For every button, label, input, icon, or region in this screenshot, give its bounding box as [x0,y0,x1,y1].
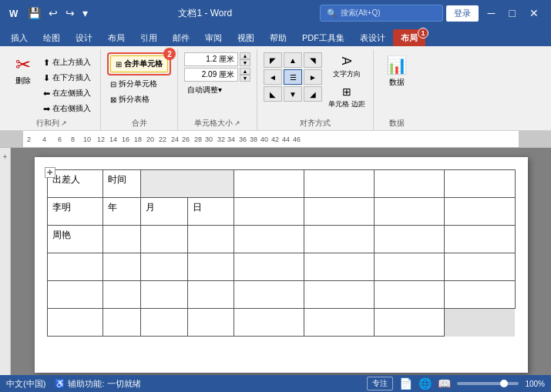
auto-adjust-button[interactable]: 自动调整▾ [184,83,225,97]
customize-quick-btn[interactable]: ▾ [79,5,91,21]
row-col-expand-icon[interactable]: ↗ [61,119,67,127]
save-quick-btn[interactable]: 💾 [25,5,44,21]
tab-layout[interactable]: 布局 1 [393,29,425,46]
table-cell[interactable] [445,281,515,309]
width-input[interactable] [184,68,238,82]
minimize-button[interactable]: ─ [482,5,502,21]
table-cell[interactable] [375,170,445,198]
tab-mailings[interactable]: 邮件 [165,29,197,46]
align-top-left-btn[interactable]: ◤ [264,52,282,68]
table-cell[interactable] [103,281,141,309]
tab-draw[interactable]: 绘图 [35,29,68,46]
accessibility-status[interactable]: ♿ 辅助功能: 一切就绪 [55,378,140,390]
table-cell[interactable] [304,226,375,253]
close-button[interactable]: ✕ [523,5,545,21]
tab-insert[interactable]: 插入 [3,29,35,46]
table-cell[interactable] [375,226,445,253]
table-cell[interactable] [304,170,375,198]
zoom-slider[interactable] [457,382,519,385]
table-cell[interactable] [304,281,375,309]
height-up-btn[interactable]: ▲ [240,52,250,59]
tab-references[interactable]: 引用 [133,29,165,46]
tab-table-design[interactable]: 表设计 [352,29,393,46]
table-cell[interactable] [187,253,234,281]
align-bottom-right-btn[interactable]: ◢ [304,86,322,102]
align-top-center-btn[interactable]: ▲ [284,52,302,68]
table-cell[interactable] [140,226,187,253]
table-cell[interactable] [47,253,103,281]
table-cell[interactable] [234,309,304,337]
table-cell[interactable] [140,170,234,198]
tab-review[interactable]: 审阅 [197,29,230,46]
insert-above-button[interactable]: ⬆ 在上方插入 [40,55,94,69]
table-cell[interactable] [47,281,103,309]
table-cell[interactable] [187,309,234,337]
tab-design[interactable]: 设计 [68,29,100,46]
merge-cells-button[interactable]: ⊞ 合并单元格 [110,55,168,72]
table-cell[interactable] [375,281,445,309]
table-cell[interactable] [375,253,445,281]
align-middle-left-btn[interactable]: ◄ [264,69,282,85]
table-cell[interactable] [187,226,234,253]
cell-margin-button[interactable]: ⊞ 单元格 边距 [327,84,367,111]
table-cell[interactable]: 出差人 [47,170,103,198]
tab-layout-page[interactable]: 布局 [100,29,133,46]
table-cell[interactable] [103,253,141,281]
redo-quick-btn[interactable]: ↪ [62,5,78,21]
search-box[interactable]: 🔍 搜索(Alt+Q) [320,5,443,22]
insert-left-button[interactable]: ⬅ 在左侧插入 [40,86,94,100]
sidebar-toggle[interactable]: + [0,148,11,375]
login-button[interactable]: 登录 [446,5,479,22]
table-cell[interactable]: 日 [187,198,234,226]
table-cell[interactable] [103,226,141,253]
tab-pdf-tools[interactable]: PDF工具集 [294,29,352,46]
width-up-btn[interactable]: ▲ [240,68,250,75]
print-layout-icon[interactable]: 📄 [399,377,412,390]
table-cell[interactable] [47,309,103,337]
tab-view[interactable]: 视图 [230,29,262,46]
align-top-right-btn[interactable]: ◥ [304,52,322,68]
height-input[interactable] [184,52,238,66]
insert-right-button[interactable]: ➡ 在右侧插入 [40,102,94,116]
align-bottom-left-btn[interactable]: ◣ [264,86,282,102]
zoom-thumb[interactable] [500,380,508,387]
align-middle-right-btn[interactable]: ► [304,69,322,85]
table-cell[interactable] [140,309,187,337]
align-bottom-center-btn[interactable]: ▼ [284,86,302,102]
table-cell[interactable] [234,253,304,281]
table-cell[interactable] [187,281,234,309]
table-cell[interactable] [375,198,445,226]
table-cell[interactable] [304,309,375,337]
tab-help[interactable]: 帮助 [262,29,294,46]
table-cell[interactable] [234,198,304,226]
maximize-button[interactable]: □ [503,5,522,21]
table-cell[interactable] [234,281,304,309]
read-mode-icon[interactable]: 📖 [438,377,451,390]
table-cell[interactable]: 年 [103,198,141,226]
width-down-btn[interactable]: ▼ [240,75,250,82]
language-status[interactable]: 中文(中国) [6,378,45,390]
table-cell[interactable]: 月 [140,198,187,226]
table-cell[interactable] [140,253,187,281]
insert-below-button[interactable]: ⬇ 在下方插入 [40,71,94,85]
split-cells-button[interactable]: ⊟ 拆分单元格 [107,77,160,91]
table-cell[interactable]: 时间 [103,170,141,198]
table-cell[interactable] [304,253,375,281]
table-cell[interactable] [445,198,515,226]
table-cell[interactable] [103,309,141,337]
cell-size-expand-icon[interactable]: ↗ [234,119,240,127]
table-cell[interactable] [445,170,515,198]
table-cell[interactable] [445,226,515,253]
undo-quick-btn[interactable]: ↩ [45,5,61,21]
delete-button[interactable]: ✂ 删除 [9,52,37,89]
table-cell[interactable]: 李明 [47,198,103,226]
web-layout-icon[interactable]: 🌐 [418,377,432,390]
table-cell[interactable] [234,226,304,253]
data-button[interactable]: 📊 数据 [381,52,412,91]
table-cell[interactable] [445,309,515,337]
table-cell[interactable] [375,309,445,337]
focus-button[interactable]: 专注 [367,377,393,390]
table-cell[interactable] [140,281,187,309]
align-middle-center-btn[interactable]: ☰ [284,69,302,85]
table-cell[interactable] [234,170,304,198]
